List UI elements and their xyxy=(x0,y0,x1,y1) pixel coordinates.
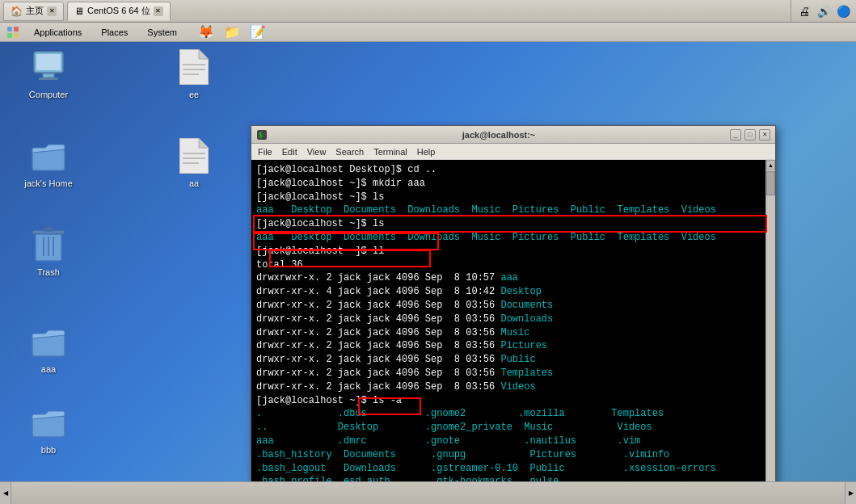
ee-icon-img xyxy=(175,48,213,86)
taskbar-scroll-left[interactable]: ◀ xyxy=(0,482,11,504)
line-12: drwxr-xr-x. 2 jack jack 4096 Sep 8 03:56… xyxy=(256,313,761,326)
volume-icon[interactable]: 🔊 xyxy=(816,3,832,19)
line-9: drwxrwxr-x. 2 jack jack 4096 Sep 8 10:57… xyxy=(256,271,761,285)
svg-rect-11 xyxy=(183,69,205,70)
svg-rect-16 xyxy=(183,153,205,154)
aa-file-icon[interactable]: aa xyxy=(166,133,222,191)
minimize-button[interactable]: _ xyxy=(730,129,741,141)
menu-file[interactable]: File xyxy=(258,147,272,157)
aaa-label: aaa xyxy=(41,364,56,374)
menu-help[interactable]: Help xyxy=(417,147,436,157)
aaa-icon-img xyxy=(29,322,68,361)
svg-marker-15 xyxy=(199,138,209,148)
line-15: drwxr-xr-x. 2 jack jack 4096 Sep 8 03:56… xyxy=(256,353,761,367)
home-tab-icon: 🏠 xyxy=(11,6,23,17)
computer-icon[interactable]: Computer xyxy=(20,44,77,103)
close-button[interactable]: ✕ xyxy=(759,129,770,141)
file-svg-2 xyxy=(179,138,209,174)
trash-svg xyxy=(32,225,65,264)
svg-rect-6 xyxy=(43,74,54,78)
bottom-taskbar: ◀ ▶ xyxy=(0,481,856,504)
line-5: [jack@localhost ~]$ ls xyxy=(256,217,761,231)
notes-icon[interactable]: 📝 xyxy=(250,24,266,40)
line-23: .bash_logout Downloads .gstreamer-0.10 P… xyxy=(256,462,761,476)
svg-marker-9 xyxy=(199,49,209,59)
line-16: drwxr-xr-x. 2 jack jack 4096 Sep 8 03:56… xyxy=(256,367,761,380)
svg-rect-18 xyxy=(183,162,199,164)
menu-system[interactable]: System xyxy=(142,26,182,39)
line-6: aaa Desktop Documents Downloads Music Pi… xyxy=(256,231,761,245)
svg-rect-21 xyxy=(44,227,53,231)
home-icon-img xyxy=(29,136,68,175)
taskbar-scroll-right[interactable]: ▶ xyxy=(845,482,856,504)
svg-rect-7 xyxy=(39,78,58,80)
menu-view[interactable]: View xyxy=(307,147,327,157)
line-3: [jack@localhost ~]$ ls xyxy=(256,191,761,204)
file-manager-icon[interactable]: 📁 xyxy=(224,24,240,40)
terminal-text[interactable]: [jack@localhost Desktop]$ cd .. [jack@lo… xyxy=(251,160,765,500)
tab-home-label: 主页 xyxy=(26,5,44,17)
monitor-svg xyxy=(31,49,66,85)
bbb-icon-img xyxy=(29,403,68,442)
aaa-folder-icon[interactable]: aaa xyxy=(20,319,77,377)
tab-home[interactable]: 🏠 主页 ✕ xyxy=(3,2,64,21)
firefox-icon[interactable]: 🦊 xyxy=(198,24,214,40)
svg-rect-1 xyxy=(14,27,19,32)
terminal-menubar: File Edit View Search Terminal Help xyxy=(251,144,775,160)
svg-rect-10 xyxy=(183,64,205,65)
tab-centos[interactable]: 🖥 CentOS 6 64 位 ✕ xyxy=(67,2,171,21)
tab-centos-close[interactable]: ✕ xyxy=(154,6,163,16)
top-right-icons: 🖨 🔊 🔵 xyxy=(791,0,856,22)
menu-applications[interactable]: Applications xyxy=(29,26,86,39)
svg-rect-12 xyxy=(183,74,199,75)
computer-icon-img xyxy=(29,48,68,86)
svg-rect-2 xyxy=(7,33,12,38)
menu-search[interactable]: Search xyxy=(335,147,364,157)
line-13: drwxr-xr-x. 2 jack jack 4096 Sep 8 03:56… xyxy=(256,326,761,340)
applications-icon xyxy=(6,26,19,39)
bbb-folder-icon[interactable]: bbb xyxy=(20,400,77,458)
line-22: .bash_history Documents .gnupg Pictures … xyxy=(256,448,761,462)
ee-label: ee xyxy=(189,90,199,99)
app-menubar: Applications Places System 🦊 📁 📝 xyxy=(0,23,856,42)
ee-file-icon[interactable]: ee xyxy=(166,44,222,103)
folder-svg-bbb xyxy=(31,405,66,440)
svg-rect-0 xyxy=(7,27,12,32)
line-21: aaa .dmrc .gnote .nautilus .vim xyxy=(256,435,761,448)
bbb-label: bbb xyxy=(41,445,56,455)
line-18: [jack@localhost ~]$ ls -a xyxy=(256,394,761,408)
line-1: [jack@localhost Desktop]$ cd .. xyxy=(256,163,761,177)
scroll-up-button[interactable]: ▲ xyxy=(766,160,775,170)
centos-tab-icon: 🖥 xyxy=(74,6,84,17)
scrollbar-thumb[interactable] xyxy=(766,171,775,195)
folder-svg-aaa xyxy=(31,324,66,359)
home-label: jack's Home xyxy=(24,178,73,188)
trash-icon[interactable]: Trash xyxy=(20,222,77,280)
line-10: drwxr-xr-x. 4 jack jack 4096 Sep 8 10:42… xyxy=(256,285,761,299)
terminal-app-icon: $ xyxy=(256,129,268,141)
trash-icon-img xyxy=(29,225,68,264)
tab-home-close[interactable]: ✕ xyxy=(47,6,57,16)
menu-terminal[interactable]: Terminal xyxy=(373,147,407,157)
line-19: . .dbus .gnome2 .mozilla Templates xyxy=(256,407,761,421)
menu-places[interactable]: Places xyxy=(96,26,133,39)
tab-bar: 🏠 主页 ✕ 🖥 CentOS 6 64 位 ✕ xyxy=(0,0,791,22)
line-4: aaa Desktop Documents Downloads Music Pi… xyxy=(256,204,761,217)
svg-rect-17 xyxy=(183,158,205,159)
terminal-scrollbar[interactable]: ▲ ▼ xyxy=(765,160,775,500)
line-17: drwxr-xr-x. 2 jack jack 4096 Sep 8 03:56… xyxy=(256,380,761,394)
home-folder-icon[interactable]: jack's Home xyxy=(20,133,77,191)
line-8: total 36 xyxy=(256,258,761,272)
menu-edit[interactable]: Edit xyxy=(282,147,297,157)
terminal-content[interactable]: [jack@localhost Desktop]$ cd .. [jack@lo… xyxy=(251,160,775,500)
aa-icon-img xyxy=(175,136,213,175)
print-icon[interactable]: 🖨 xyxy=(796,3,812,19)
file-svg xyxy=(179,49,209,85)
terminal-titlebar: $ jack@localhost:~ _ □ ✕ xyxy=(251,126,775,144)
bluetooth-icon[interactable]: 🔵 xyxy=(835,3,851,19)
computer-label: Computer xyxy=(29,90,68,99)
aa-label: aa xyxy=(189,178,199,188)
restore-button[interactable]: □ xyxy=(744,129,756,141)
tab-centos-label: CentOS 6 64 位 xyxy=(87,5,150,17)
line-7: [jack@localhost ~]$ ll xyxy=(256,245,761,258)
